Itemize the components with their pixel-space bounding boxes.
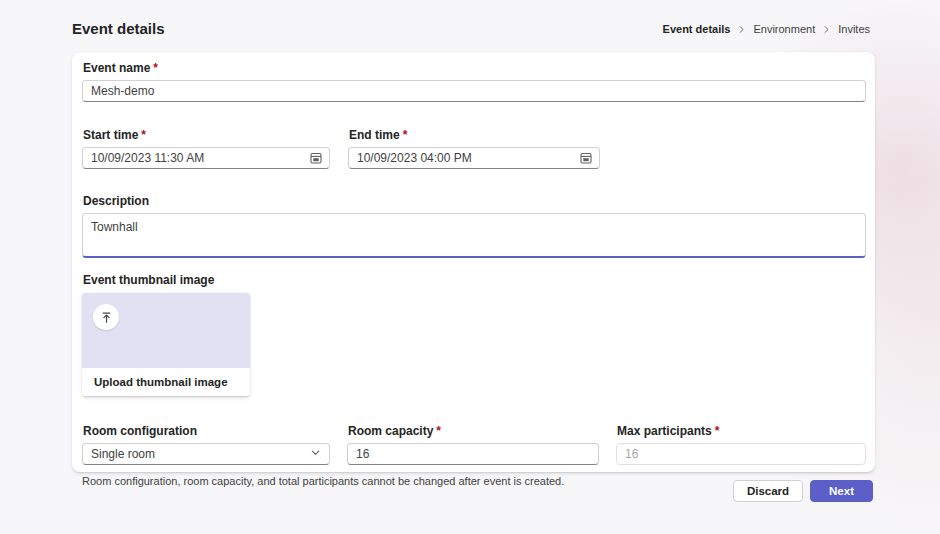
- breadcrumb-environment[interactable]: Environment: [753, 23, 815, 35]
- event-name-label-text: Event name: [83, 61, 150, 75]
- time-fields-row: Start time* End time*: [82, 128, 866, 169]
- upload-thumbnail-label: Upload thumbnail image: [82, 368, 250, 396]
- room-capacity-label-text: Room capacity: [348, 424, 433, 438]
- room-configuration-value: Single room: [91, 447, 155, 461]
- end-time-label-text: End time: [349, 128, 400, 142]
- calendar-icon[interactable]: [309, 151, 323, 165]
- thumbnail-preview-area: [82, 293, 250, 368]
- required-asterisk: *: [153, 61, 158, 75]
- end-time-label: End time*: [349, 128, 600, 142]
- start-time-label-text: Start time: [83, 128, 138, 142]
- breadcrumb-event-details[interactable]: Event details: [663, 23, 731, 35]
- room-capacity-input[interactable]: [347, 443, 599, 465]
- max-participants-input: [616, 443, 866, 465]
- required-asterisk: *: [403, 128, 408, 142]
- event-name-field-group: Event name*: [82, 61, 866, 102]
- description-textarea[interactable]: Townhall: [82, 213, 866, 258]
- max-participants-label-text: Max participants: [617, 424, 712, 438]
- room-capacity-label: Room capacity*: [348, 424, 599, 438]
- event-details-form-card: Event name* Start time* En: [72, 52, 875, 472]
- thumbnail-field-group: Event thumbnail image Upload thumbnail i…: [82, 273, 866, 396]
- start-time-field-group: Start time*: [82, 128, 330, 169]
- room-configuration-select[interactable]: Single room: [82, 443, 330, 465]
- event-name-input[interactable]: [82, 80, 866, 102]
- calendar-icon[interactable]: [579, 151, 593, 165]
- upload-thumbnail-button[interactable]: Upload thumbnail image: [82, 293, 250, 396]
- arrow-upload-icon: [93, 304, 119, 330]
- event-name-label: Event name*: [83, 61, 866, 75]
- room-fields-row: Room configuration Single room Room capa…: [82, 424, 866, 465]
- required-asterisk: *: [715, 424, 720, 438]
- room-configuration-label: Room configuration: [83, 424, 330, 438]
- end-time-input-wrap: [348, 147, 600, 169]
- chevron-right-icon: [737, 25, 746, 34]
- required-asterisk: *: [436, 424, 441, 438]
- room-capacity-field-group: Room capacity*: [347, 424, 599, 465]
- start-time-input-wrap: [82, 147, 330, 169]
- chevron-right-icon: [822, 25, 831, 34]
- max-participants-label: Max participants*: [617, 424, 866, 438]
- thumbnail-label: Event thumbnail image: [83, 273, 866, 287]
- room-configuration-field-group: Room configuration Single room: [82, 424, 330, 465]
- breadcrumb-invites[interactable]: Invites: [838, 23, 870, 35]
- start-time-label: Start time*: [83, 128, 330, 142]
- page-title: Event details: [72, 20, 165, 37]
- next-button[interactable]: Next: [810, 480, 873, 502]
- description-label: Description: [83, 194, 866, 208]
- description-field-group: Description Townhall: [82, 194, 866, 258]
- end-time-field-group: End time*: [348, 128, 600, 169]
- max-participants-field-group: Max participants*: [616, 424, 866, 465]
- start-time-input[interactable]: [82, 147, 330, 169]
- discard-button[interactable]: Discard: [733, 480, 803, 502]
- form-actions: Discard Next: [733, 480, 873, 502]
- required-asterisk: *: [141, 128, 146, 142]
- chevron-down-icon: [310, 447, 321, 461]
- breadcrumb: Event details Environment Invites: [663, 23, 870, 35]
- end-time-input[interactable]: [348, 147, 600, 169]
